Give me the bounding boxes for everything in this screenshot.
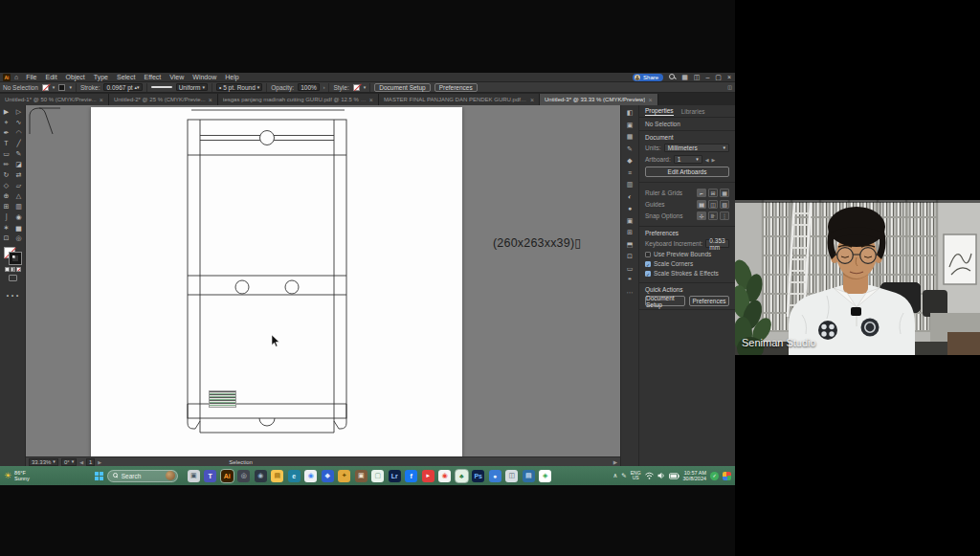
wifi-icon[interactable] [645,472,654,479]
artboard-select[interactable]: 1 ▾ [674,155,702,164]
illustrator-icon[interactable]: Ai [221,470,234,482]
chrome-profile-icon[interactable]: ◉ [438,470,451,482]
status-scroll-icons[interactable]: ▶ [613,459,617,465]
edge-icon[interactable]: e [288,470,301,482]
weather-widget[interactable]: ☀ 86°F Sunny [4,470,30,481]
layers-panel-icon[interactable]: ⊞ [624,228,635,237]
zoom-tool[interactable]: ◎ [13,234,24,243]
scale-tool[interactable]: ⇄ [13,170,24,180]
maps-icon[interactable]: ◈ [539,470,551,482]
rotate-tool[interactable]: ↻ [1,170,11,180]
menu-view[interactable]: View [169,74,184,80]
align-panel-icon[interactable]: ▭ [624,264,635,274]
shaper-tool[interactable]: ✏ [1,160,11,169]
keyboard-increment-field[interactable]: 0.353 mm [705,239,729,248]
workspace-switcher-icon[interactable]: ◫ [694,73,701,81]
antivirus-tray-icon[interactable]: ✓ [710,472,719,480]
app-blue2-icon[interactable]: ● [489,470,501,482]
stroke-indicator[interactable] [10,253,21,264]
artboard-tool[interactable]: ⊡ [1,234,11,243]
menu-help[interactable]: Help [225,74,238,80]
color-panel-icon[interactable]: ◧ [624,108,635,118]
toolbar-more-icon[interactable]: … [5,283,20,300]
document-tab[interactable]: tesgas panjang madinah cutting GURU.pdf … [218,94,379,105]
none-mode-icon[interactable] [16,267,21,272]
edit-artboards-button[interactable]: Edit Artboards [645,167,729,177]
lightroom-icon[interactable]: Lr [389,470,401,482]
camera-icon[interactable]: ◉ [255,470,267,482]
prev-artboard-icon[interactable]: ◀ [705,157,709,163]
lock-guides-icon[interactable]: ◫ [708,200,718,209]
menu-object[interactable]: Object [66,74,85,80]
document-setup-button[interactable]: Document Setup [374,83,430,92]
start-button[interactable] [95,472,103,480]
file-explorer-icon[interactable]: ▤ [271,470,283,482]
transparency-panel-icon[interactable]: ◐ [624,192,635,202]
share-button[interactable]: Share [633,74,663,81]
document-tab[interactable]: MASTER FINAL PANJANG DAN PENDEK GURU.pdf… [379,94,540,105]
tab-libraries[interactable]: Libraries [681,108,705,115]
search-icon[interactable] [669,74,676,80]
color-mode-icon[interactable] [5,267,10,272]
show-rulers-icon[interactable]: ⌐ [697,189,706,197]
pen-tool[interactable]: ✒ [1,128,11,138]
stroke-weight-field[interactable]: 0.0967 pt ▴▾ [103,83,142,91]
next-artboard-icon[interactable]: ▶ [712,157,716,163]
snap-pixel-icon[interactable]: ⊪ [708,211,718,220]
menu-file[interactable]: File [26,74,36,80]
direct-selection-tool[interactable]: ▷ [13,107,24,117]
snap-point-icon[interactable]: ⊹ [697,211,706,220]
gradient-panel-icon[interactable]: ▥ [624,180,635,189]
minimize-button[interactable]: – [705,73,709,81]
battery-icon[interactable] [669,473,679,479]
snap-grid-icon[interactable]: ▦ [720,189,729,197]
stroke-dropdown-icon[interactable]: ▾ [69,85,72,90]
type-tool[interactable]: T [1,139,11,148]
column-graph-tool[interactable]: ▅ [13,223,24,233]
pen-settings-icon[interactable]: ✎ [621,472,626,479]
asset-export-panel-icon[interactable]: ⊡ [624,252,635,261]
stroke-stepper[interactable]: ▴▾ [135,85,140,90]
document-tab[interactable]: Untitled-1* @ 50 % (CMYK/Previe...× [0,94,109,105]
snap-glyph-icon[interactable]: ⋮ [720,211,729,220]
draw-mode-icon[interactable] [9,275,17,281]
chrome-icon[interactable]: ◉ [304,470,317,482]
line-segment-tool[interactable]: ╱ [13,139,24,148]
artboard[interactable] [91,107,462,456]
more-panels-icon[interactable]: ⋯ [624,288,635,298]
next-artboard-icon[interactable]: ▶ [98,459,101,465]
fill-dropdown-icon[interactable]: ▾ [53,85,56,90]
menu-type[interactable]: Type [94,74,108,80]
eyedropper-tool[interactable]: ⌡ [1,212,11,222]
rectangle-tool[interactable]: ▭ [1,149,11,159]
tab-close-icon[interactable]: × [648,97,652,103]
notification-tray-icon[interactable] [723,472,731,480]
teams-icon[interactable]: T [204,470,216,482]
symbol-sprayer-tool[interactable]: ∗ [1,223,11,233]
opacity-more-icon[interactable]: › [323,85,325,90]
app-gray-icon[interactable]: ◫ [505,470,518,482]
photoshop-icon[interactable]: Ps [472,470,484,482]
tab-close-icon[interactable]: × [530,97,534,103]
comments-panel-icon[interactable]: ❝ [624,276,635,285]
taskbar-clock[interactable]: 10:57 AM 30/8/2024 [683,470,706,481]
eraser-tool[interactable]: ◪ [13,160,24,169]
menu-edit[interactable]: Edit [46,74,57,80]
width-profile-select[interactable]: Uniform ▾ [176,83,208,91]
color-guide-panel-icon[interactable]: ▣ [624,121,635,130]
shape-builder-tool[interactable]: ⊕ [1,191,11,201]
fill-stroke-indicator[interactable] [4,247,21,264]
menu-select[interactable]: Select [117,74,135,80]
app-brown-icon[interactable]: ▣ [355,470,368,482]
gradient-tool[interactable]: ▥ [13,202,24,211]
show-guides-icon[interactable]: ▤ [697,200,706,209]
control-bar-menu-icon[interactable]: ◫ [727,85,732,90]
tab-properties[interactable]: Properties [645,107,674,116]
brushes-panel-icon[interactable]: ✎ [624,145,635,154]
checkbox[interactable]: ✓ [645,271,651,277]
volume-icon[interactable] [657,472,665,479]
tab-close-icon[interactable]: × [209,97,212,103]
task-view-icon[interactable]: ▣ [188,470,200,482]
blend-tool[interactable]: ◉ [13,212,24,222]
make-guides-icon[interactable]: ▧ [720,200,729,209]
